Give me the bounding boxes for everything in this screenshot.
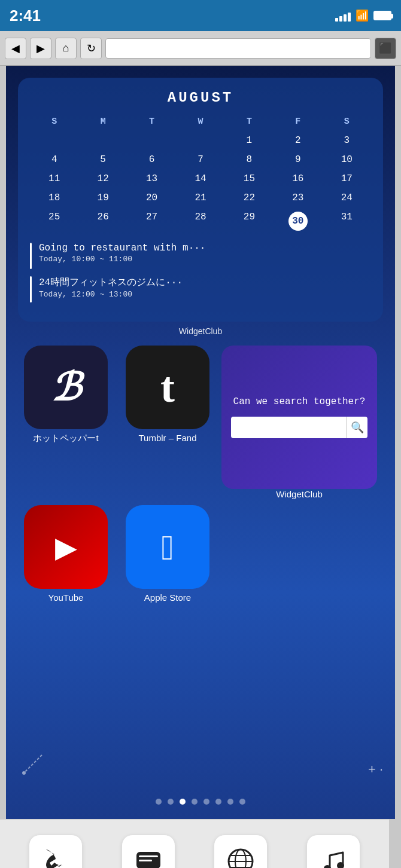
cal-day-empty2 [78, 133, 127, 148]
page-dot-8[interactable] [239, 799, 245, 805]
cal-day-9: 9 [274, 152, 322, 167]
app-grid: ℬ ホットペッパーt t Tumblr – Fand Can we search… [6, 336, 395, 612]
apple-logo-icon:  [161, 527, 174, 567]
music-svg-icon [319, 847, 348, 869]
app-applestore-label: Apple Store [144, 592, 191, 603]
page-dot-5[interactable] [203, 799, 209, 805]
cal-week-2: 4 5 6 7 8 9 10 [30, 152, 371, 167]
event-time-2: Today, 12:00 ~ 13:00 [39, 290, 183, 299]
search-widget-wrapper[interactable]: Can we search together? 🔍 WidgetClub [221, 346, 377, 499]
cal-hdr-s2: S [323, 114, 371, 129]
event-bar-2 [30, 276, 32, 302]
biyori-letter: ℬ [51, 365, 81, 410]
tabs-button[interactable]: ⬛ [375, 38, 396, 59]
dock-messages-icon[interactable] [121, 835, 175, 869]
page-dot-3-active[interactable] [180, 799, 186, 805]
event-time-1: Today, 10:00 ~ 11:00 [39, 255, 205, 264]
svg-rect-4 [139, 860, 152, 861]
cal-week-1: 1 2 3 [30, 133, 371, 148]
page-dot-4[interactable] [192, 799, 198, 805]
battery-icon [373, 11, 391, 20]
cal-day-15: 15 [225, 171, 274, 187]
status-bar: 2:41 📶 [0, 0, 401, 31]
cal-day-18: 18 [30, 190, 78, 206]
event-text-2: 24時間フィットネスのジムに··· Today, 12:00 ~ 13:00 [39, 276, 183, 299]
url-input[interactable] [105, 38, 371, 59]
forward-button[interactable]: ▶ [30, 38, 51, 59]
messages-svg-icon [134, 847, 163, 869]
app-biyori-label: ホットペッパーt [33, 433, 98, 444]
page-dot-2[interactable] [168, 799, 174, 805]
wifi-icon: 📶 [356, 9, 369, 22]
dock-music-icon[interactable] [306, 835, 360, 869]
cal-day-3: 3 [323, 133, 371, 148]
cal-week-5: 25 26 27 28 29 30 31 [30, 209, 371, 233]
cal-day-empty3 [127, 133, 176, 148]
cal-day-empty4 [176, 133, 224, 148]
cal-today-indicator: 30 [288, 212, 308, 231]
app-applestore-icon[interactable]:  [126, 505, 209, 589]
cal-day-7: 7 [176, 152, 224, 167]
dock [0, 819, 389, 868]
event-2[interactable]: 24時間フィットネスのジムに··· Today, 12:00 ~ 13:00 [30, 276, 371, 302]
search-widget[interactable]: Can we search together? 🔍 [221, 346, 377, 489]
cal-week-4: 18 19 20 21 22 23 24 [30, 190, 371, 206]
app-tumblr-icon[interactable]: t [126, 346, 209, 429]
status-icons: 📶 [335, 9, 391, 22]
cal-day-26: 26 [78, 209, 127, 233]
app-biyori-wrapper[interactable]: ℬ ホットペッパーt [18, 346, 114, 499]
event-title-1: Going to restaurant with m··· [39, 243, 205, 253]
cal-hdr-s1: S [30, 114, 78, 129]
cal-hdr-w: W [176, 114, 224, 129]
search-input[interactable] [231, 417, 346, 438]
cal-day-14: 14 [176, 171, 224, 187]
dock-browser-icon[interactable] [214, 835, 268, 869]
search-widget-label: WidgetClub [276, 489, 323, 499]
calendar-widget: AUGUST S M T W T F S 1 2 3 [18, 78, 383, 322]
dock-phone-icon[interactable] [29, 835, 83, 869]
event-text-1: Going to restaurant with m··· Today, 10:… [39, 243, 205, 264]
widgetclub-calendar-label: WidgetClub [6, 326, 395, 336]
app-tumblr-wrapper[interactable]: t Tumblr – Fand [120, 346, 215, 499]
app-tumblr-label: Tumblr – Fand [139, 433, 197, 443]
cal-day-13: 13 [127, 171, 176, 187]
dock-browser-wrapper[interactable] [205, 835, 277, 869]
app-youtube-wrapper[interactable]: ▶ YouTube [18, 505, 114, 603]
dock-music-wrapper[interactable] [297, 835, 369, 869]
svg-point-6 [229, 849, 253, 869]
page-dot-7[interactable] [227, 799, 233, 805]
refresh-button[interactable]: ↻ [80, 38, 102, 59]
back-button[interactable]: ◀ [5, 38, 26, 59]
cal-day-22: 22 [225, 190, 274, 206]
cal-hdr-t2: T [225, 114, 274, 129]
cal-day-30[interactable]: 30 [274, 209, 322, 233]
cal-day-4: 4 [30, 152, 78, 167]
event-1[interactable]: Going to restaurant with m··· Today, 10:… [30, 243, 371, 269]
browser-bar: ◀ ▶ ⌂ ↻ ⬛ [0, 31, 401, 66]
search-button[interactable]: 🔍 [346, 417, 367, 438]
page-dot-6[interactable] [215, 799, 221, 805]
event-title-2: 24時間フィットネスのジムに··· [39, 276, 183, 289]
signal-bars-icon [335, 10, 351, 22]
pencil-icon[interactable] [18, 749, 48, 783]
tabs-icon: ⬛ [379, 42, 392, 55]
home-button[interactable]: ⌂ [55, 38, 77, 59]
cal-day-8: 8 [225, 152, 274, 167]
search-bar[interactable]: 🔍 [231, 417, 367, 438]
status-time: 2:41 [10, 7, 335, 25]
browser-svg-icon [226, 847, 255, 869]
cal-hdr-t1: T [127, 114, 176, 129]
app-youtube-icon[interactable]: ▶ [24, 505, 108, 589]
dock-messages-wrapper[interactable] [113, 835, 184, 869]
cal-day-19: 19 [78, 190, 127, 206]
cal-day-27: 27 [127, 209, 176, 233]
app-biyori-icon[interactable]: ℬ [24, 346, 108, 429]
page-dot-1[interactable] [156, 799, 162, 805]
cal-day-25: 25 [30, 209, 78, 233]
cal-day-29: 29 [225, 209, 274, 233]
dock-phone-wrapper[interactable] [20, 835, 92, 869]
app-applestore-wrapper[interactable]:  Apple Store [120, 505, 215, 603]
add-widget-button[interactable]: + · [368, 762, 383, 777]
cal-hdr-f: F [274, 114, 322, 129]
bar1 [335, 18, 338, 22]
